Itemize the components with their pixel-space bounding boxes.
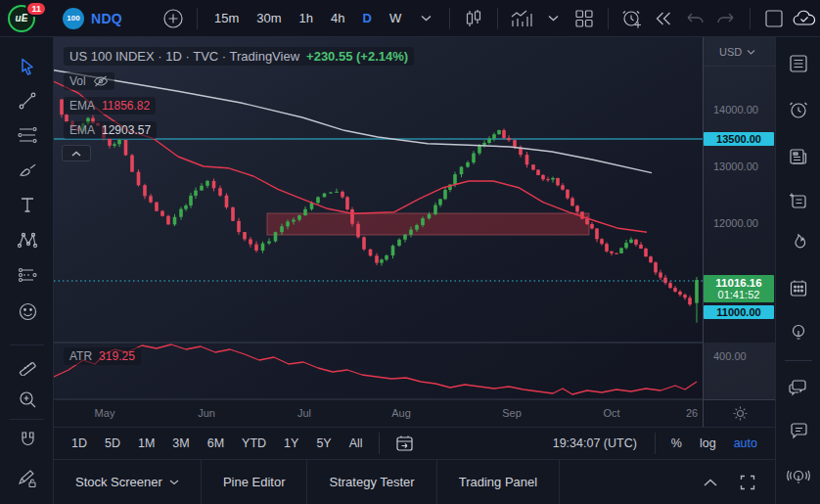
add-symbol-plus-icon[interactable] [159,5,187,32]
tab-stock-screener-label: Stock Screener [75,475,162,489]
bar-replay-rewind-icon[interactable] [650,5,677,32]
time-axis-label[interactable]: 26 [686,407,698,419]
create-alert-clock-icon[interactable] [618,5,646,32]
tab-stock-screener[interactable]: Stock Screener [54,460,202,504]
tradingview-app: uE 11 100 NDQ 15m 30m 1h 4h D W [0,0,820,504]
time-axis-label[interactable]: Sep [502,407,522,419]
range-1m[interactable]: 1M [130,434,162,453]
tab-strategy-tester[interactable]: Strategy Tester [307,460,436,504]
currency-selector[interactable]: USD [704,37,776,67]
chart-change: +230.55 (+2.14%) [306,49,408,64]
calendar-icon[interactable] [786,276,811,301]
open-panel-chevron-up-icon[interactable] [697,469,724,496]
time-axis-label[interactable]: Jun [198,407,215,419]
cursor-tool-icon[interactable] [15,54,40,79]
bottom-toolbar: 1D 5D 1M 3M 6M YTD 1Y 5Y All 19:34:07 (U… [54,427,775,460]
tab-pine-editor[interactable]: Pine Editor [202,460,308,504]
drawing-lock-icon[interactable] [15,466,40,491]
fib-retracement-tool-icon[interactable] [15,122,40,148]
chart-pane[interactable]: MayJunJulAugSepOct26 US 100 INDEX · 1D ·… [54,37,703,427]
private-chat-icon[interactable] [786,418,811,443]
symbol-search-button[interactable]: 100 NDQ [55,5,130,32]
range-5d[interactable]: 5D [97,434,128,453]
zoom-in-icon[interactable] [15,387,40,412]
magnet-icon[interactable] [15,427,40,452]
text-notes-icon[interactable] [786,188,811,213]
top-toolbar: uE 11 100 NDQ 15m 30m 1h 4h D W [0,0,820,37]
forecast-tool-icon[interactable] [15,262,40,288]
range-ytd[interactable]: YTD [234,434,274,453]
timeframe-15m[interactable]: 15m [207,5,246,32]
text-tool-icon[interactable] [15,192,40,217]
layout-square-icon[interactable] [760,5,788,32]
broker-logo[interactable]: uE 11 [8,4,41,33]
candlestick-style-icon[interactable] [460,5,487,32]
tab-strategy-tester-label: Strategy Tester [329,475,414,489]
vol-indicator-label[interactable]: Vol [69,74,86,88]
gear-icon[interactable] [732,405,749,422]
ema-fast-label[interactable]: EMA [69,99,95,113]
timeframe-1d[interactable]: D [356,5,379,32]
xabcd-pattern-tool-icon[interactable] [15,227,40,252]
last-price-value: 11016.16 [704,277,774,289]
trend-line-tool-icon[interactable] [15,88,40,114]
time-axis-label[interactable]: May [95,407,115,419]
watchlist-icon[interactable] [786,51,811,76]
hotlists-flame-icon[interactable] [786,230,811,255]
price-axis[interactable]: USD 14000.0013000.0012000.0013500.001100… [703,37,775,427]
indicators-dropdown-chevron-icon[interactable] [539,5,567,32]
chart-title[interactable]: US 100 INDEX · 1D · TVC · TradingView [69,49,299,64]
line-price-label: 13500.00 [704,132,774,146]
divider [497,8,498,29]
brush-tool-icon[interactable] [15,157,40,182]
auto-scale-button[interactable]: auto [726,434,765,453]
redo-icon[interactable] [712,5,740,32]
news-icon[interactable] [786,144,811,169]
layout-grid-icon[interactable] [570,5,598,32]
eye-hidden-icon[interactable] [93,75,109,87]
cloud-account[interactable]: Wealth [792,9,820,28]
range-all[interactable]: All [342,434,371,453]
public-chats-icon[interactable] [786,374,811,399]
clock[interactable]: 19:34:07 (UTC) [543,436,647,450]
bottom-panel-tabs: Stock Screener Pine Editor Strategy Test… [54,460,775,504]
timeframe-4h[interactable]: 4h [324,5,351,32]
atr-label[interactable]: ATR [69,349,92,363]
streams-icon[interactable] [786,465,811,490]
line-price-label: 11000.00 [704,305,774,319]
atr-value: 319.25 [99,349,135,363]
bar-countdown: 01:41:52 [704,289,774,300]
ideas-bulb-icon[interactable] [786,320,811,345]
timeframe-1w[interactable]: W [383,5,408,32]
range-1d[interactable]: 1D [64,434,95,453]
time-axis-label[interactable]: Jul [297,407,311,419]
timeframe-1h[interactable]: 1h [293,5,320,32]
axis-settings-strip [704,399,776,427]
timeframe-30m[interactable]: 30m [250,5,288,32]
goto-date-icon[interactable] [387,432,422,455]
maximize-panel-icon[interactable] [734,469,761,496]
symbol-name: NDQ [91,11,122,26]
log-scale-button[interactable]: log [692,434,724,453]
indicators-icon[interactable] [508,5,535,32]
legend-collapse-chevron-icon[interactable] [62,145,91,161]
range-3m[interactable]: 3M [164,434,197,453]
divider [750,8,751,29]
tab-pine-editor-label: Pine Editor [223,475,286,489]
range-1y[interactable]: 1Y [276,434,306,453]
range-5y[interactable]: 5Y [308,434,339,453]
ema-slow-label[interactable]: EMA [69,123,95,137]
undo-icon[interactable] [681,5,708,32]
divider [449,8,450,29]
measure-ruler-icon[interactable] [15,352,40,378]
alerts-clock-icon[interactable] [786,97,811,122]
atr-line[interactable] [54,344,697,394]
emoji-tool-icon[interactable] [15,298,40,324]
time-axis-label[interactable]: Oct [603,407,619,419]
tab-trading-panel[interactable]: Trading Panel [437,460,560,504]
timeframe-dropdown-chevron-icon[interactable] [412,5,439,32]
time-axis-label[interactable]: Aug [391,407,411,419]
ema-fast-value: 11856.82 [102,99,150,113]
percent-scale-button[interactable]: % [663,434,690,453]
range-6m[interactable]: 6M [200,434,232,453]
